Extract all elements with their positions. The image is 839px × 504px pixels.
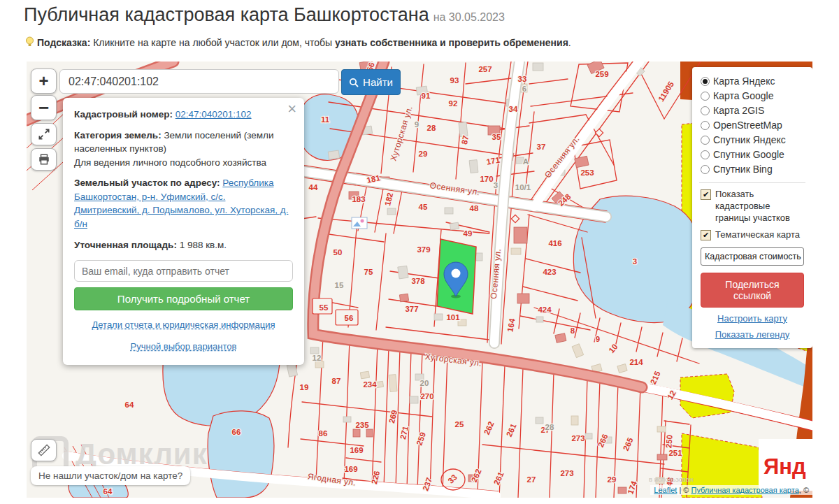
parcel-label: 28 [545,423,554,431]
layer-option-label: Карта Google [713,89,774,103]
hint-label: Подсказка: [37,37,90,48]
find-button[interactable]: Найти [341,69,401,95]
radio-icon[interactable] [701,136,710,145]
parcel-label: 416 [548,239,561,247]
parcel-label: 11 [321,115,330,124]
layer-option-1[interactable]: Карта Google [701,89,804,103]
area-value: 1 988 кв.м. [177,240,227,250]
cad-number-label: Кадастровый номер: [74,109,173,120]
parcel-label: 25 [455,420,464,429]
radio-icon[interactable] [701,92,710,101]
radio-icon[interactable] [701,106,710,115]
layer-option-5[interactable]: Спутник Google [701,147,804,162]
area-label: Уточненная площадь: [74,240,177,250]
close-icon[interactable]: × [287,101,296,117]
parcel-label: 20 [420,379,429,387]
parcel-label: 377 [405,305,418,313]
show-legend-link[interactable]: Показать легенду [701,329,804,340]
parcel-label: 64 [125,401,134,409]
printer-icon [38,153,50,166]
layer-option-4[interactable]: Спутник Яндекс [701,133,804,147]
parcel-label: 44 [309,183,318,192]
zoom-out-button[interactable]: − [31,95,57,120]
map-container[interactable]: 2589325733691923492887353729171170310/11… [27,62,812,498]
leaflet-link[interactable]: Leaflet [654,486,677,494]
parcel-label: 101 [446,313,460,322]
layer-option-label: Спутник Яндекс [713,133,786,147]
parcel-label: 10/1 [515,183,531,192]
parcel-label: 35 [492,133,501,141]
parcel-label: 253 [580,168,594,177]
page-header: Публичная кадастровая карта Башкортостан… [24,4,505,26]
parcel-info-popup: × Кадастровый номер: 02:47:040201:102 Ка… [63,98,304,365]
parcel-label: 29 [608,475,617,484]
layers-panel: Карта ЯндексКарта GoogleКарта 2GISOpenSt… [692,67,812,348]
overlay-option-1[interactable]: ✔Тематическая карта [701,229,804,241]
parcel-label: 423 [543,268,556,276]
page-title: Публичная кадастровая карта Башкортостан… [24,4,429,25]
parcel-label: 9 [415,120,419,129]
layer-option-6[interactable]: Спутник Bing [701,162,804,177]
checkbox-icon[interactable]: ✔ [701,230,711,240]
parcel-label: А [523,157,529,166]
cad-number-link[interactable]: 02:47:040201:102 [175,109,252,120]
layer-option-2[interactable]: Карта 2GIS [701,103,804,118]
panel-links: Настроить картуПоказать легенду [701,313,804,340]
ruler-icon [37,443,51,457]
parcel-label: 379 [417,245,430,254]
parcel-label: 75 [364,268,373,276]
parcel-label: 86 [319,429,328,438]
parcel-label: 424 [538,305,552,314]
overlay-option-0[interactable]: ✔Показать кадастровые границы участков [701,189,804,224]
parcel-label: 183 [352,195,365,203]
bulb-icon [25,36,34,48]
manual-select-link[interactable]: Ручной выбор вариантов [74,340,293,354]
parcel-label: 3 [633,257,637,266]
parcel-label: 169 [344,465,357,473]
parcel-label: 29 [419,150,428,158]
thematic-select[interactable]: Кадастровая стоимость уча ▼ [701,247,804,266]
parcel-label: 8 [571,326,575,335]
parcel-label: 93 [450,76,459,85]
parcel-label: 273 [560,469,573,477]
overlay-option-label: Тематическая карта [715,229,800,241]
radio-icon[interactable] [701,165,710,174]
parcel-label: 64 [103,487,113,496]
layer-option-3[interactable]: OpenStreetMap [701,118,804,133]
parcel-label: 45 [419,203,428,211]
measure-button[interactable] [31,439,57,461]
base-layer-list: Карта ЯндексКарта GoogleКарта 2GISOpenSt… [701,74,804,177]
checkbox-icon[interactable]: ✔ [701,189,711,200]
search-input[interactable] [59,69,339,94]
parcel-label: 257 [478,65,492,73]
layer-option-label: Спутник Google [713,147,784,162]
parcel-label: 234 [363,380,377,389]
panel-divider [699,182,805,183]
configure-map-link[interactable]: Настроить карту [701,313,804,324]
parcel-label: 87 [332,377,341,385]
zoom-in-button[interactable]: + [31,69,57,94]
layer-option-label: Спутник Bing [713,162,773,177]
parcel-label: 92 [449,99,458,108]
radio-icon[interactable] [701,77,710,86]
get-report-button[interactable]: Получить подробный отчет [74,287,293,310]
fullscreen-button[interactable] [31,123,57,145]
parcel-label: 27 [527,475,536,484]
category-extra: Для ведения личного подсобного хозяйства [74,157,266,168]
radio-icon[interactable] [701,150,710,159]
radio-icon[interactable] [701,121,710,130]
print-button[interactable] [31,148,57,171]
report-details-link[interactable]: Детали отчета и юридическая информация [74,319,293,332]
parcel-label: 378 [411,277,425,285]
parcel-label: 170 [480,175,493,183]
email-field[interactable] [74,260,293,282]
layer-option-label: Карта Яндекс [713,74,775,89]
hint-text: Кликните на карте на любой участок или д… [90,37,335,48]
source-link[interactable]: Публичная кадастровая карта [691,486,799,494]
hint-line: Подсказка: Кликните на карте на любой уч… [25,36,571,48]
not-found-box[interactable]: Не нашли участок/дом на карте? [31,466,190,485]
parcel-label: 48 [470,204,479,213]
parcel-label: 91 [422,92,431,100]
share-link-button[interactable]: Поделиться ссылкой [701,273,804,308]
layer-option-0[interactable]: Карта Яндекс [701,74,804,89]
